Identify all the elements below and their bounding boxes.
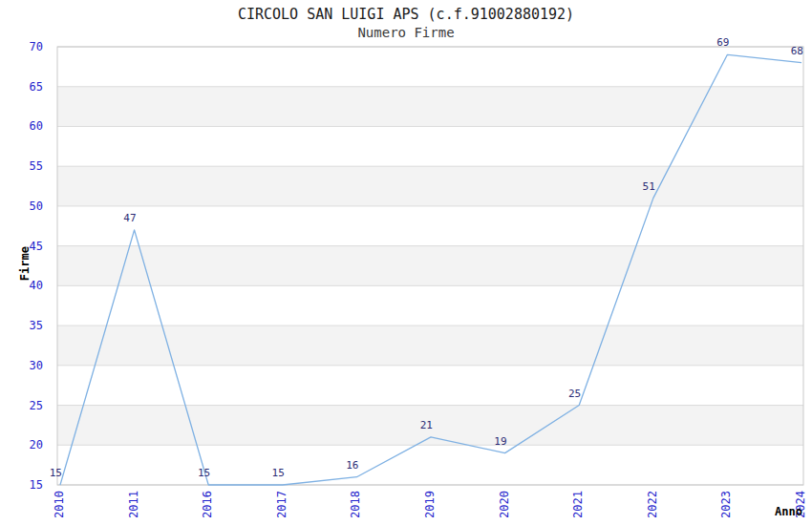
data-label: 19 <box>494 436 506 448</box>
data-label: 21 <box>420 420 433 431</box>
y-tick-label: 55 <box>0 159 43 173</box>
y-tick-label: 45 <box>0 240 43 253</box>
x-tick-label: 2018 <box>349 491 362 518</box>
data-label: 15 <box>50 468 62 479</box>
y-tick-label: 30 <box>0 359 43 372</box>
x-tick-label: 2019 <box>423 491 437 518</box>
stripe-band <box>57 166 803 206</box>
data-label: 15 <box>272 468 285 479</box>
x-tick-label: 2023 <box>719 491 733 518</box>
y-tick-label: 60 <box>0 119 43 133</box>
y-tick-label: 50 <box>0 200 43 213</box>
data-label: 25 <box>568 388 581 400</box>
data-label: 51 <box>643 181 655 193</box>
data-label: 15 <box>198 468 210 479</box>
x-tick-label: 2016 <box>201 491 214 518</box>
x-tick-label: 2017 <box>275 491 288 518</box>
x-tick-label: 2022 <box>646 491 659 518</box>
stripe-band <box>57 326 803 366</box>
y-tick-label: 15 <box>0 478 43 492</box>
x-tick-label: 2021 <box>571 491 585 518</box>
y-tick-label: 70 <box>0 40 43 53</box>
data-label: 47 <box>123 213 136 224</box>
y-tick-label: 40 <box>0 279 43 292</box>
data-label: 68 <box>791 46 803 57</box>
x-tick-label: 2010 <box>53 491 66 518</box>
y-tick-label: 35 <box>0 319 43 332</box>
line-chart: CIRCOLO SAN LUIGI APS (c.f.91002880192) … <box>0 0 812 525</box>
plot-area <box>0 0 812 525</box>
y-tick-label: 65 <box>0 80 43 94</box>
data-label: 69 <box>716 37 729 49</box>
data-label: 16 <box>346 460 358 472</box>
stripe-band <box>57 87 803 127</box>
y-tick-label: 25 <box>0 399 43 412</box>
stripe-band <box>57 246 803 286</box>
x-tick-label: 2020 <box>498 491 511 518</box>
y-tick-label: 20 <box>0 438 43 452</box>
x-axis-label: Anno <box>775 506 802 518</box>
x-tick-label: 2011 <box>127 491 140 518</box>
